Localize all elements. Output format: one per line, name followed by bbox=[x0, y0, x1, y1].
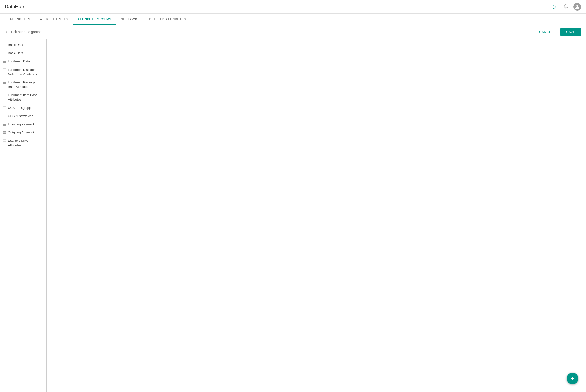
drag-handle-icon: ☰ bbox=[3, 122, 6, 126]
sidebar-item-fulfillment-item[interactable]: ☰Fulfillment Item Base Attributes bbox=[0, 91, 46, 104]
sidebar-item-fulfillment-dispatch-note[interactable]: ☰Fulfillment Dispatch Note Base Attribut… bbox=[0, 66, 46, 78]
drag-handle-icon: ☰ bbox=[3, 80, 6, 84]
sidebar-item-label: UCS Preisgruppen bbox=[8, 106, 34, 110]
sidebar-item-label: Outgoing Payment bbox=[8, 130, 34, 135]
content-area bbox=[47, 39, 586, 392]
edit-bar-right: CANCEL SAVE bbox=[535, 28, 581, 36]
sidebar-item-fulfillment-package[interactable]: ☰Fulfillment Package Base Attributes bbox=[0, 78, 46, 91]
sidebar-item-incoming-payment[interactable]: ☰Incoming Payment bbox=[0, 120, 46, 128]
sidebar-item-label: Fulfillment Data bbox=[8, 59, 30, 64]
sidebar-item-outgoing-payment[interactable]: ☰Outgoing Payment bbox=[0, 128, 46, 137]
sidebar-item-label: Basic Data bbox=[8, 43, 23, 47]
drag-handle-icon: ☰ bbox=[3, 51, 6, 55]
drag-handle-icon: ☰ bbox=[3, 139, 6, 143]
sidebar-item-label: Example Driver Attributes bbox=[8, 138, 43, 147]
back-button[interactable]: ← bbox=[5, 30, 9, 34]
sidebar-item-fulfillment-data[interactable]: ☰Fulfillment Data bbox=[0, 57, 46, 66]
nav-tabs: ATTRIBUTESATTRIBUTE SETSATTRIBUTE GROUPS… bbox=[0, 14, 586, 25]
drag-handle-icon: ☰ bbox=[3, 43, 6, 47]
drag-handle-icon: ☰ bbox=[3, 60, 6, 63]
header-icons: () bbox=[550, 3, 581, 11]
drag-handle-icon: ☰ bbox=[3, 114, 6, 118]
drag-handle-icon: ☰ bbox=[3, 93, 6, 97]
add-button[interactable]: + bbox=[567, 373, 578, 384]
avatar[interactable] bbox=[574, 3, 581, 11]
tab-attributes[interactable]: ATTRIBUTES bbox=[5, 14, 35, 25]
sidebar-item-label: Basic Data bbox=[8, 51, 23, 56]
sidebar-item-basic-data-2[interactable]: ☰Basic Data bbox=[0, 49, 46, 57]
brackets-icon[interactable]: () bbox=[550, 3, 558, 11]
edit-bar-left: ← Edit attribute groups bbox=[5, 30, 41, 34]
edit-bar: ← Edit attribute groups CANCEL SAVE bbox=[0, 25, 586, 39]
sidebar-item-basic-data-1[interactable]: ☰Basic Data bbox=[0, 41, 46, 49]
sidebar-item-example-driver[interactable]: ☰Example Driver Attributes bbox=[0, 137, 46, 149]
drag-handle-icon: ☰ bbox=[3, 106, 6, 110]
cancel-button[interactable]: CANCEL bbox=[535, 28, 558, 36]
sidebar: ☰Basic Data☰Basic Data☰Fulfillment Data☰… bbox=[0, 39, 46, 392]
drag-handle-icon: ☰ bbox=[3, 68, 6, 72]
tab-attribute-groups[interactable]: ATTRIBUTE GROUPS bbox=[73, 14, 116, 25]
sidebar-item-ucs-preisgruppen[interactable]: ☰UCS Preisgruppen bbox=[0, 104, 46, 112]
sidebar-item-label: Fulfillment Package Base Attributes bbox=[8, 80, 43, 89]
drag-handle-icon: ☰ bbox=[3, 130, 6, 134]
sidebar-item-label: UCS Zusatzfelder bbox=[8, 114, 33, 118]
edit-bar-title: Edit attribute groups bbox=[11, 30, 41, 34]
sidebar-item-label: Fulfillment Dispatch Note Base Attribute… bbox=[8, 68, 43, 76]
app-logo: DataHub bbox=[5, 4, 24, 10]
sidebar-item-ucs-zusatzfelder[interactable]: ☰UCS Zusatzfelder bbox=[0, 112, 46, 120]
tab-set-locks[interactable]: SET LOCKS bbox=[116, 14, 144, 25]
sidebar-item-label: Fulfillment Item Base Attributes bbox=[8, 93, 43, 102]
header: DataHub () bbox=[0, 0, 586, 14]
tab-attribute-sets[interactable]: ATTRIBUTE SETS bbox=[35, 14, 73, 25]
sidebar-item-label: Incoming Payment bbox=[8, 122, 34, 126]
bell-icon[interactable] bbox=[562, 3, 570, 11]
tab-deleted-attributes[interactable]: DELETED ATTRIBUTES bbox=[144, 14, 191, 25]
main-content: ☰Basic Data☰Basic Data☰Fulfillment Data☰… bbox=[0, 39, 586, 392]
save-button[interactable]: SAVE bbox=[560, 28, 581, 36]
